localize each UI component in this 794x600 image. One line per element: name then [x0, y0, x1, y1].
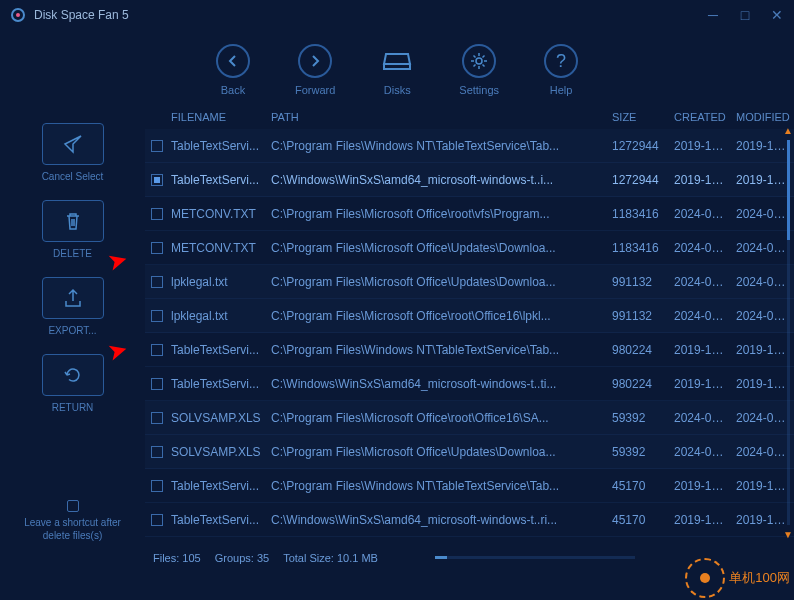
- cell-path: C:\Program Files\Microsoft Office\Update…: [267, 275, 608, 289]
- cell-path: C:\Program Files\Microsoft Office\root\O…: [267, 309, 608, 323]
- row-checkbox[interactable]: [151, 208, 163, 220]
- back-button[interactable]: Back: [216, 44, 250, 96]
- cell-filename: METCONV.TXT: [167, 241, 267, 255]
- svg-rect-2: [384, 64, 410, 69]
- disks-icon: [380, 44, 414, 78]
- cell-size: 1183416: [608, 207, 670, 221]
- cell-created: 2024-06...: [670, 309, 732, 323]
- cell-created: 2019-12...: [670, 513, 732, 527]
- col-modified[interactable]: MODIFIED: [732, 111, 794, 123]
- watermark-icon: [685, 558, 725, 598]
- cell-path: C:\Windows\WinSxS\amd64_microsoft-window…: [267, 513, 608, 527]
- settings-button[interactable]: Settings: [459, 44, 499, 96]
- table-row[interactable]: TableTextServi...C:\Windows\WinSxS\amd64…: [145, 163, 794, 197]
- col-path[interactable]: PATH: [267, 111, 608, 123]
- forward-icon: [298, 44, 332, 78]
- col-size[interactable]: SIZE: [608, 111, 670, 123]
- cell-filename: lpklegal.txt: [167, 275, 267, 289]
- cell-filename: METCONV.TXT: [167, 207, 267, 221]
- cell-path: C:\Windows\WinSxS\amd64_microsoft-window…: [267, 173, 608, 187]
- status-files: Files: 105: [153, 552, 201, 564]
- table-row[interactable]: TableTextServi...C:\Program Files\Window…: [145, 129, 794, 163]
- scrollbar[interactable]: ▲ ▼: [784, 125, 792, 540]
- row-checkbox[interactable]: [151, 412, 163, 424]
- minimize-button[interactable]: ─: [706, 7, 720, 23]
- cell-path: C:\Program Files\Windows NT\TableTextSer…: [267, 479, 608, 493]
- table-row[interactable]: TableTextServi...C:\Windows\WinSxS\amd64…: [145, 367, 794, 401]
- cell-path: C:\Program Files\Microsoft Office\root\v…: [267, 207, 608, 221]
- svg-point-1: [16, 13, 20, 17]
- row-checkbox[interactable]: [151, 344, 163, 356]
- forward-button[interactable]: Forward: [295, 44, 335, 96]
- row-checkbox[interactable]: [151, 514, 163, 526]
- table-row[interactable]: lpklegal.txtC:\Program Files\Microsoft O…: [145, 299, 794, 333]
- row-checkbox[interactable]: [151, 276, 163, 288]
- cell-created: 2024-06...: [670, 275, 732, 289]
- cell-path: C:\Program Files\Microsoft Office\Update…: [267, 241, 608, 255]
- cell-size: 980224: [608, 377, 670, 391]
- toolbar: Back Forward Disks Settings ? Help: [0, 30, 794, 105]
- cell-size: 980224: [608, 343, 670, 357]
- cell-size: 59392: [608, 411, 670, 425]
- cell-filename: TableTextServi...: [167, 173, 267, 187]
- row-checkbox[interactable]: [151, 174, 163, 186]
- table-row[interactable]: METCONV.TXTC:\Program Files\Microsoft Of…: [145, 197, 794, 231]
- cell-path: C:\Program Files\Windows NT\TableTextSer…: [267, 139, 608, 153]
- table-row[interactable]: SOLVSAMP.XLSC:\Program Files\Microsoft O…: [145, 401, 794, 435]
- progress-bar: [435, 556, 635, 559]
- cell-created: 2019-12...: [670, 479, 732, 493]
- cell-filename: TableTextServi...: [167, 377, 267, 391]
- table-row[interactable]: lpklegal.txtC:\Program Files\Microsoft O…: [145, 265, 794, 299]
- row-checkbox[interactable]: [151, 480, 163, 492]
- scroll-up-icon[interactable]: ▲: [783, 125, 793, 136]
- scroll-down-icon[interactable]: ▼: [783, 529, 793, 540]
- window-controls: ─ □ ✕: [706, 7, 784, 23]
- cell-size: 991132: [608, 275, 670, 289]
- return-button[interactable]: RETURN: [42, 354, 104, 413]
- cell-size: 45170: [608, 479, 670, 493]
- shortcut-option[interactable]: Leave a shortcut after delete files(s): [12, 500, 133, 552]
- cell-path: C:\Program Files\Microsoft Office\Update…: [267, 445, 608, 459]
- col-created[interactable]: CREATED: [670, 111, 732, 123]
- cell-filename: TableTextServi...: [167, 479, 267, 493]
- row-checkbox[interactable]: [151, 446, 163, 458]
- titlebar: Disk Space Fan 5 ─ □ ✕: [0, 0, 794, 30]
- watermark: 单机100网: [685, 558, 790, 598]
- sidebar: Cancel Select DELETE EXPORT... RETURN Le…: [0, 105, 145, 570]
- cell-filename: TableTextServi...: [167, 139, 267, 153]
- table-row[interactable]: TableTextServi...C:\Program Files\Window…: [145, 333, 794, 367]
- cell-path: C:\Windows\WinSxS\amd64_microsoft-window…: [267, 377, 608, 391]
- row-checkbox[interactable]: [151, 310, 163, 322]
- cell-created: 2019-12...: [670, 377, 732, 391]
- col-filename[interactable]: FILENAME: [167, 111, 267, 123]
- table-row[interactable]: TableTextServi...C:\Program Files\Window…: [145, 469, 794, 503]
- cell-created: 2024-06...: [670, 241, 732, 255]
- close-button[interactable]: ✕: [770, 7, 784, 23]
- shortcut-checkbox[interactable]: [67, 500, 79, 512]
- export-button[interactable]: EXPORT...: [42, 277, 104, 336]
- scroll-track[interactable]: [787, 140, 790, 525]
- trash-icon: [42, 200, 104, 242]
- cancel-select-button[interactable]: Cancel Select: [42, 123, 104, 182]
- row-checkbox[interactable]: [151, 140, 163, 152]
- cell-path: C:\Program Files\Microsoft Office\root\O…: [267, 411, 608, 425]
- disks-button[interactable]: Disks: [380, 44, 414, 96]
- settings-icon: [462, 44, 496, 78]
- help-button[interactable]: ? Help: [544, 44, 578, 96]
- table-row[interactable]: SOLVSAMP.XLSC:\Program Files\Microsoft O…: [145, 435, 794, 469]
- maximize-button[interactable]: □: [738, 7, 752, 23]
- table-row[interactable]: METCONV.TXTC:\Program Files\Microsoft Of…: [145, 231, 794, 265]
- cell-size: 1183416: [608, 241, 670, 255]
- cell-created: 2019-12...: [670, 343, 732, 357]
- scroll-thumb[interactable]: [787, 140, 790, 240]
- table-row[interactable]: TableTextServi...C:\Windows\WinSxS\amd64…: [145, 503, 794, 537]
- app-icon: [10, 7, 26, 23]
- status-total: Total Size: 10.1 MB: [283, 552, 378, 564]
- delete-button[interactable]: DELETE: [42, 200, 104, 259]
- row-checkbox[interactable]: [151, 378, 163, 390]
- cell-size: 1272944: [608, 139, 670, 153]
- cell-filename: lpklegal.txt: [167, 309, 267, 323]
- row-checkbox[interactable]: [151, 242, 163, 254]
- cell-size: 991132: [608, 309, 670, 323]
- cell-created: 2024-06...: [670, 445, 732, 459]
